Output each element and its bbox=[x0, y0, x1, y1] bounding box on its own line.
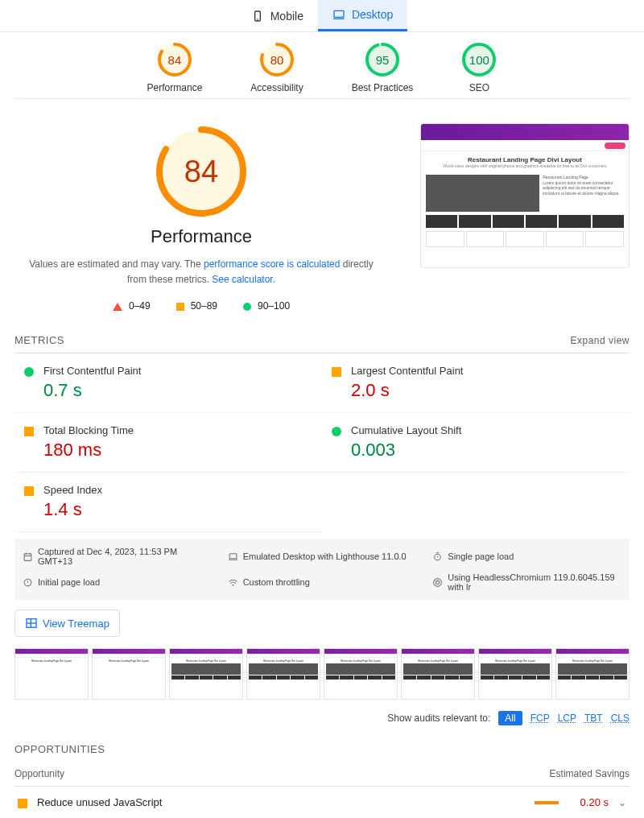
view-treemap-button[interactable]: View Treemap bbox=[14, 609, 120, 637]
metrics-header: METRICS bbox=[14, 334, 64, 346]
chrome-icon bbox=[432, 577, 443, 588]
gauge-bestpractices-score: 95 bbox=[365, 42, 400, 77]
filmstrip: Restaurant Landing Page Divi Layout Rest… bbox=[14, 648, 630, 700]
metric-tbt: Total Blocking Time180 ms bbox=[14, 413, 322, 473]
opportunity-value: 0.20 s bbox=[568, 796, 609, 808]
metric-lcp-value: 2.0 s bbox=[351, 380, 620, 401]
filmstrip-frame: Restaurant Landing Page Divi Layout bbox=[169, 648, 243, 700]
square-orange-icon bbox=[176, 303, 184, 311]
audit-filters: Show audits relevant to: All FCP LCP TBT… bbox=[14, 711, 630, 725]
opp-col-savings: Estimated Savings bbox=[550, 768, 630, 779]
wifi-icon bbox=[228, 577, 238, 588]
square-orange-icon bbox=[24, 427, 34, 436]
filmstrip-frame: Restaurant Landing Page Divi Layout bbox=[246, 648, 320, 700]
circle-green-icon bbox=[332, 427, 341, 436]
score-legend: 0–49 50–89 90–100 bbox=[14, 300, 388, 312]
metrics-grid: First Contentful Paint0.7 s Largest Cont… bbox=[14, 353, 630, 532]
filter-tbt[interactable]: TBT bbox=[584, 713, 603, 724]
metric-cls-value: 0.003 bbox=[351, 440, 620, 461]
svg-rect-14 bbox=[24, 554, 31, 561]
svg-point-25 bbox=[233, 585, 233, 585]
laptop-icon bbox=[228, 552, 238, 562]
svg-rect-18 bbox=[229, 554, 237, 559]
gauge-seo[interactable]: 100 SEO bbox=[461, 42, 497, 93]
filter-all[interactable]: All bbox=[498, 711, 522, 725]
svg-point-26 bbox=[434, 579, 442, 587]
big-score: 84 bbox=[153, 123, 250, 220]
big-gauge-performance: 84 bbox=[153, 123, 250, 220]
gauge-performance[interactable]: 84 Performance bbox=[147, 42, 203, 93]
big-title: Performance bbox=[14, 226, 388, 247]
opp-col-name: Opportunity bbox=[14, 768, 64, 779]
device-tabs: Mobile Desktop bbox=[0, 0, 644, 32]
opportunity-text: Reduce unused JavaScript bbox=[37, 796, 525, 808]
filmstrip-frame: Restaurant Landing Page Divi Layout bbox=[324, 648, 398, 700]
metric-fcp-value: 0.7 s bbox=[43, 380, 312, 401]
gauge-accessibility-score: 80 bbox=[259, 42, 295, 77]
desktop-icon bbox=[332, 8, 345, 21]
gauge-bestpractices[interactable]: 95 Best Practices bbox=[352, 42, 414, 93]
env-throttling: Custom throttling bbox=[228, 572, 417, 592]
square-orange-icon bbox=[332, 367, 341, 377]
env-headless: Using HeadlessChromium 119.0.6045.159 wi… bbox=[432, 572, 621, 592]
environment-info: Captured at Dec 4, 2023, 11:53 PM GMT+13… bbox=[14, 539, 630, 600]
metric-si-value: 1.4 s bbox=[43, 499, 312, 520]
square-orange-icon bbox=[24, 486, 34, 496]
metric-fcp: First Contentful Paint0.7 s bbox=[14, 353, 322, 413]
triangle-red-icon bbox=[113, 303, 122, 311]
link-calculator[interactable]: See calculator. bbox=[212, 274, 275, 285]
filter-fcp[interactable]: FCP bbox=[530, 713, 550, 724]
score-description: Values are estimated and may vary. The p… bbox=[14, 257, 388, 287]
filmstrip-frame: Restaurant Landing Page Divi Layout bbox=[555, 648, 630, 700]
gauge-bestpractices-label: Best Practices bbox=[352, 82, 414, 93]
env-captured: Captured at Dec 4, 2023, 11:53 PM GMT+13 bbox=[23, 547, 212, 566]
circle-green-icon bbox=[24, 367, 34, 377]
filmstrip-frame: Restaurant Landing Page Divi Layout bbox=[401, 648, 475, 700]
env-emulated: Emulated Desktop with Lighthouse 11.0.0 bbox=[228, 547, 417, 566]
gauge-row: 84 Performance 80 Accessibility 95 Best … bbox=[14, 32, 630, 99]
tab-mobile-label: Mobile bbox=[270, 10, 303, 23]
gauge-seo-label: SEO bbox=[461, 82, 497, 93]
link-score-calc[interactable]: performance score is calculated bbox=[204, 258, 340, 270]
page-screenshot: Restaurant Landing Page Divi Layout Worl… bbox=[420, 123, 630, 268]
mobile-icon bbox=[251, 10, 264, 23]
opportunity-bar bbox=[535, 801, 559, 804]
gauge-performance-score: 84 bbox=[157, 42, 192, 77]
gauge-accessibility-label: Accessibility bbox=[250, 82, 303, 93]
chevron-down-icon: ⌄ bbox=[618, 797, 626, 808]
opportunities-header: OPPORTUNITIES bbox=[14, 743, 105, 755]
opportunity-row[interactable]: Reduce unused JavaScript 0.20 s ⌄ bbox=[14, 787, 630, 818]
treemap-icon bbox=[25, 617, 38, 630]
gauge-accessibility[interactable]: 80 Accessibility bbox=[250, 42, 303, 93]
square-orange-icon bbox=[18, 799, 27, 808]
svg-rect-2 bbox=[334, 10, 344, 17]
tab-desktop-label: Desktop bbox=[352, 8, 393, 21]
filmstrip-frame: Restaurant Landing Page Divi Layout bbox=[92, 648, 166, 700]
timer-icon bbox=[432, 552, 443, 562]
filmstrip-frame: Restaurant Landing Page Divi Layout bbox=[478, 648, 552, 700]
filter-cls[interactable]: CLS bbox=[611, 713, 630, 724]
metric-cls: Cumulative Layout Shift0.003 bbox=[322, 413, 630, 473]
metric-si: Speed Index1.4 s bbox=[14, 473, 322, 532]
metric-tbt-value: 180 ms bbox=[43, 440, 312, 461]
metric-lcp: Largest Contentful Paint2.0 s bbox=[322, 353, 630, 413]
tab-desktop[interactable]: Desktop bbox=[318, 0, 407, 31]
expand-view-toggle[interactable]: Expand view bbox=[570, 335, 630, 346]
calendar-icon bbox=[23, 552, 33, 562]
power-icon bbox=[23, 577, 33, 588]
gauge-performance-label: Performance bbox=[147, 82, 203, 93]
filter-lcp[interactable]: LCP bbox=[558, 713, 576, 724]
env-single: Single page load bbox=[432, 547, 621, 566]
filmstrip-frame: Restaurant Landing Page Divi Layout bbox=[14, 648, 89, 700]
circle-green-icon bbox=[243, 303, 251, 311]
tab-mobile[interactable]: Mobile bbox=[237, 0, 318, 31]
filters-label: Show audits relevant to: bbox=[387, 713, 490, 724]
gauge-seo-score: 100 bbox=[461, 42, 497, 77]
env-initial: Initial page load bbox=[23, 572, 212, 592]
svg-point-27 bbox=[436, 580, 440, 584]
